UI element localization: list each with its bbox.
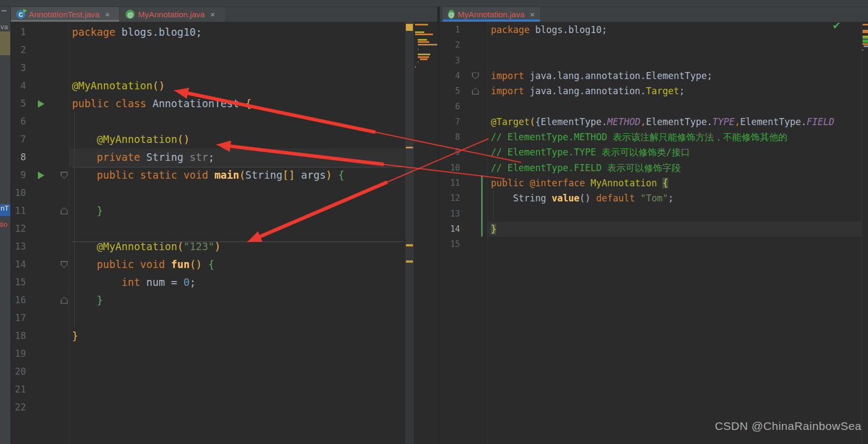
scrollbar-left-editor[interactable] bbox=[405, 22, 413, 444]
code-line[interactable]: String value() default "Tom"; bbox=[491, 191, 868, 206]
gutter-number: 11 bbox=[440, 175, 460, 191]
minimap-line bbox=[420, 58, 428, 60]
code-line[interactable] bbox=[491, 37, 868, 53]
minimap-line bbox=[864, 45, 868, 47]
minimap-line bbox=[418, 56, 430, 58]
code-line[interactable] bbox=[491, 237, 868, 252]
watermark: CSDN @ChinaRainbowSea bbox=[715, 420, 862, 433]
minimap-right-editor[interactable] bbox=[862, 22, 868, 444]
fold-expanded-icon[interactable] bbox=[472, 73, 479, 80]
gutter-number: 13 bbox=[440, 206, 460, 221]
minimap-line bbox=[863, 36, 868, 37]
scrollbar-warning-mark bbox=[406, 24, 413, 31]
gutter-number: 10 bbox=[440, 160, 460, 175]
minimap-line bbox=[418, 54, 430, 55]
gutter-border bbox=[487, 22, 488, 444]
gutter-number: 7 bbox=[440, 114, 460, 129]
scrollbar-warning-mark bbox=[406, 244, 413, 246]
minimap-line bbox=[418, 41, 430, 43]
scrollbar-warning-mark bbox=[406, 260, 413, 263]
gutter-number: 1 bbox=[440, 22, 460, 37]
minimap-line bbox=[863, 43, 868, 45]
scrollbar-warning-mark bbox=[406, 147, 413, 148]
gutter-number: 14 bbox=[440, 221, 460, 237]
gutter-number: 3 bbox=[440, 53, 460, 68]
minimap-line bbox=[418, 44, 439, 45]
code-line[interactable]: // ElementType.METHOD 表示该注解只能修饰方法，不能修饰其他… bbox=[491, 129, 868, 145]
gutter-number: 4 bbox=[440, 68, 460, 83]
minimap-left-editor[interactable] bbox=[413, 22, 437, 444]
gutter-number: 9 bbox=[440, 145, 460, 160]
code-line[interactable]: import java.lang.annotation.ElementType; bbox=[491, 68, 868, 83]
code-line[interactable] bbox=[491, 206, 868, 221]
minimap-line bbox=[415, 24, 428, 25]
gutter-number: 6 bbox=[440, 99, 460, 114]
ide-window: va nT tio C AnnotationTest.java × @ MyAn… bbox=[0, 0, 868, 444]
minimap-line bbox=[863, 30, 868, 31]
gutter-number: 8 bbox=[440, 129, 460, 145]
minimap-line bbox=[418, 61, 418, 63]
fold-end-icon[interactable] bbox=[472, 88, 479, 95]
minimap-line bbox=[418, 39, 427, 41]
vcs-change-bar bbox=[481, 175, 483, 237]
code-line[interactable]: // ElementType.TYPE 表示可以修饰类/接口 bbox=[491, 145, 868, 160]
code-line[interactable]: public @interface MyAnnotation { bbox=[491, 175, 868, 191]
minimap-line bbox=[863, 37, 868, 39]
minimap-line bbox=[415, 34, 433, 35]
minimap-line bbox=[418, 49, 418, 50]
minimap-line bbox=[863, 40, 868, 41]
minimap-line bbox=[863, 31, 868, 33]
code-line[interactable]: @Target({ElementType.METHOD,ElementType.… bbox=[491, 114, 868, 129]
minimap-line bbox=[863, 24, 868, 25]
code-line[interactable]: import java.lang.annotation.Target; bbox=[491, 83, 868, 99]
code-line[interactable]: package blogs.blog10; bbox=[491, 22, 868, 37]
minimap-line bbox=[415, 66, 416, 68]
code-line[interactable] bbox=[491, 99, 868, 114]
inspections-ok-icon: ✔ bbox=[832, 19, 841, 32]
code-area[interactable]: package blogs.blog10;import java.lang.an… bbox=[491, 22, 868, 252]
minimap-line bbox=[863, 41, 868, 43]
minimap-line bbox=[415, 31, 424, 33]
gutter-number: 5 bbox=[440, 83, 460, 99]
gutter-number: 12 bbox=[440, 191, 460, 206]
gutter-number: 2 bbox=[440, 37, 460, 53]
code-line[interactable]: // ElementType.FIELD 表示可以修饰字段 bbox=[491, 160, 868, 175]
gutter-number: 15 bbox=[440, 237, 460, 252]
split-divider[interactable] bbox=[437, 7, 440, 444]
code-line[interactable]: } bbox=[491, 221, 868, 237]
minimap-line bbox=[863, 49, 863, 51]
code-line[interactable] bbox=[491, 53, 868, 68]
